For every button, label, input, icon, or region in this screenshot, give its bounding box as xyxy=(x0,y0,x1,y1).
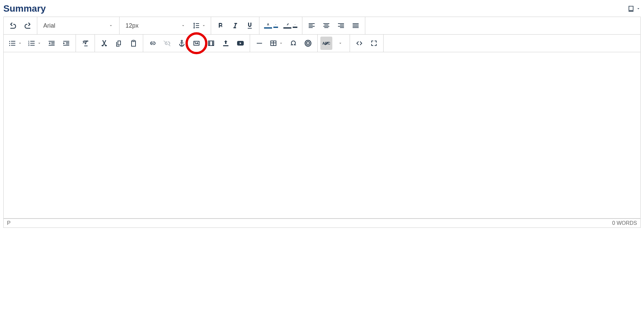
toolbar-row-2: ABC xyxy=(4,35,640,52)
view-mode-toggle[interactable] xyxy=(627,5,641,12)
text-color-button[interactable] xyxy=(262,19,280,32)
align-justify-icon xyxy=(352,22,360,30)
unordered-list-button[interactable] xyxy=(6,37,24,50)
horizontal-rule-button[interactable] xyxy=(253,37,266,50)
bold-button[interactable] xyxy=(214,19,227,32)
anchor-icon xyxy=(178,39,186,47)
link-button[interactable] xyxy=(146,37,159,50)
fullscreen-button[interactable] xyxy=(367,37,381,50)
text-color-icon xyxy=(264,23,272,29)
chevron-down-icon xyxy=(293,23,297,28)
clear-formatting-button[interactable] xyxy=(79,37,92,50)
undo-icon xyxy=(9,22,17,30)
paste-icon xyxy=(130,39,138,47)
align-right-button[interactable] xyxy=(334,19,348,32)
embed-youtube-button[interactable] xyxy=(234,37,247,50)
unlink-button[interactable] xyxy=(161,37,174,50)
line-height-button[interactable] xyxy=(190,19,208,32)
chevron-down-icon xyxy=(181,23,185,28)
table-icon xyxy=(269,39,277,47)
word-count: 0 WORDS xyxy=(612,220,637,226)
highlight-color-button[interactable] xyxy=(281,19,299,32)
font-family-value: Arial xyxy=(43,22,55,29)
chevron-down-icon xyxy=(279,41,283,46)
toolbar-row-1: Arial 12px xyxy=(4,17,640,35)
target-button[interactable] xyxy=(301,37,315,50)
editor-status-bar: P 0 WORDS xyxy=(3,219,641,228)
underline-button[interactable] xyxy=(243,19,256,32)
check-icon xyxy=(322,40,330,48)
undo-button[interactable] xyxy=(6,19,20,32)
chevron-down-icon xyxy=(37,41,42,46)
caret-down-icon xyxy=(636,6,641,11)
editor-toolbar: Arial 12px xyxy=(3,17,641,52)
underline-icon xyxy=(246,22,254,30)
outdent-icon xyxy=(48,39,56,47)
youtube-icon xyxy=(236,39,244,47)
chevron-down-icon xyxy=(109,23,113,28)
highlight-icon xyxy=(283,23,291,29)
indent-button[interactable] xyxy=(60,37,73,50)
copy-button[interactable] xyxy=(112,37,126,50)
code-view-button[interactable] xyxy=(353,37,366,50)
upload-icon xyxy=(222,39,230,47)
code-icon xyxy=(355,39,363,47)
element-path[interactable]: P xyxy=(7,220,11,226)
italic-button[interactable] xyxy=(228,19,242,32)
omega-icon xyxy=(289,39,297,47)
cut-icon xyxy=(100,39,108,47)
italic-icon xyxy=(231,22,239,30)
target-icon xyxy=(304,39,312,47)
align-center-icon xyxy=(322,22,330,30)
bold-icon xyxy=(216,22,224,30)
spellcheck-options-button[interactable] xyxy=(334,37,347,50)
upload-file-button[interactable] xyxy=(219,37,232,50)
indent-icon xyxy=(62,39,70,47)
chevron-down-icon xyxy=(273,23,278,28)
align-center-button[interactable] xyxy=(320,19,333,32)
align-right-icon xyxy=(337,22,345,30)
bullet-list-icon xyxy=(8,39,16,47)
copy-icon xyxy=(115,39,123,47)
redo-button[interactable] xyxy=(21,19,34,32)
redo-icon xyxy=(24,22,32,30)
hr-icon xyxy=(255,39,263,47)
insert-table-button[interactable] xyxy=(267,37,285,50)
insert-video-button[interactable] xyxy=(204,37,218,50)
insert-image-button[interactable] xyxy=(190,37,203,50)
outdent-button[interactable] xyxy=(45,37,58,50)
align-left-icon xyxy=(308,22,316,30)
anchor-button[interactable] xyxy=(175,37,188,50)
image-icon xyxy=(192,39,200,47)
editor-content-area[interactable] xyxy=(3,52,641,219)
special-char-button[interactable] xyxy=(287,37,300,50)
chevron-down-icon xyxy=(338,41,343,46)
font-size-value: 12px xyxy=(126,22,139,29)
align-justify-button[interactable] xyxy=(349,19,362,32)
ordered-list-icon xyxy=(28,39,36,47)
chevron-down-icon xyxy=(18,41,22,46)
editor-title: Summary xyxy=(3,3,46,14)
clear-format-icon xyxy=(81,39,89,47)
unlink-icon xyxy=(163,39,171,47)
svg-point-3 xyxy=(308,43,309,44)
book-icon xyxy=(627,5,635,12)
font-size-select[interactable]: 12px xyxy=(122,19,189,32)
film-icon xyxy=(207,39,215,47)
spellcheck-button[interactable]: ABC xyxy=(320,37,332,50)
line-height-icon xyxy=(192,22,200,30)
editor-header: Summary xyxy=(3,3,641,14)
align-left-button[interactable] xyxy=(305,19,318,32)
font-family-select[interactable]: Arial xyxy=(40,19,117,32)
fullscreen-icon xyxy=(370,39,378,47)
link-icon xyxy=(149,39,157,47)
paste-button[interactable] xyxy=(127,37,140,50)
chevron-down-icon xyxy=(201,23,206,28)
cut-button[interactable] xyxy=(98,37,111,50)
ordered-list-button[interactable] xyxy=(26,37,44,50)
